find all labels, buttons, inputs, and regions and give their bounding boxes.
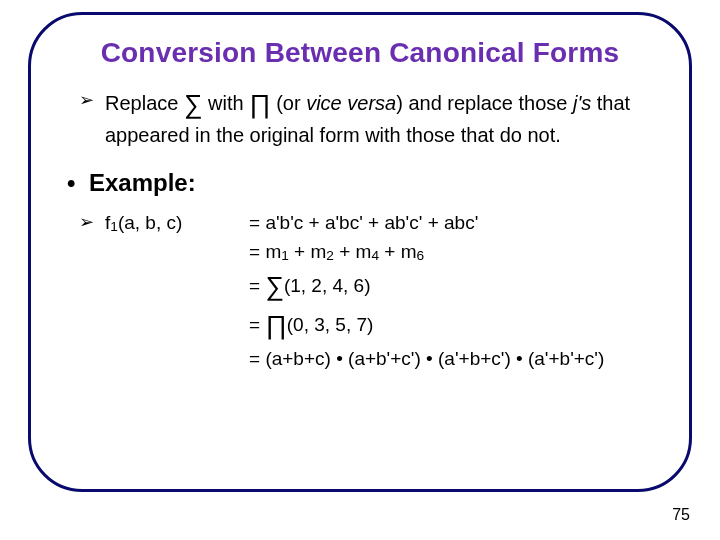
eq-rhs-4: = ∏(0, 3, 5, 7) bbox=[249, 306, 661, 345]
pi-symbol: ∏ bbox=[249, 89, 270, 119]
eq-pos: (a+b+c) • (a+b'+c') • (a'+b+c') • (a'+b'… bbox=[265, 348, 604, 369]
eq-lhs-blank-4 bbox=[105, 306, 249, 345]
eq-fn-sub: 1 bbox=[110, 219, 118, 234]
eq-sign-3: = bbox=[249, 275, 265, 296]
eq-m-plus-c: + m bbox=[379, 241, 416, 262]
eq-sign-5: = bbox=[249, 348, 265, 369]
eq-row-5: = (a+b+c) • (a+b'+c') • (a'+b+c') • (a'+… bbox=[105, 345, 661, 374]
eq-row-3: = ∑(1, 2, 4, 6) bbox=[105, 267, 661, 306]
eq-pi-args: (0, 3, 5, 7) bbox=[287, 314, 374, 335]
rule-text-mid1: with bbox=[202, 92, 249, 114]
eq-m-plus-b: + m bbox=[334, 241, 371, 262]
eq-m-pre: m bbox=[265, 241, 281, 262]
sigma-symbol-2: ∑ bbox=[265, 271, 284, 301]
example-heading: Example: bbox=[67, 167, 661, 199]
eq-sign-2: = bbox=[249, 241, 265, 262]
pi-symbol-2: ∏ bbox=[265, 310, 286, 340]
sigma-symbol: ∑ bbox=[184, 89, 203, 119]
eq-m6: 6 bbox=[416, 248, 424, 263]
eq-rhs-1: = a'b'c + a'bc' + ab'c' + abc' bbox=[249, 209, 661, 238]
eq-lhs: f1(a, b, c) bbox=[105, 209, 249, 238]
equation-block: f1(a, b, c) = a'b'c + a'bc' + ab'c' + ab… bbox=[105, 209, 661, 373]
example-bullet: f1(a, b, c) = a'b'c + a'bc' + ab'c' + ab… bbox=[79, 209, 661, 373]
eq-row-4: = ∏(0, 3, 5, 7) bbox=[105, 306, 661, 345]
page-number: 75 bbox=[672, 506, 690, 524]
rule-bullet: Replace ∑ with ∏ (or vice versa) and rep… bbox=[79, 87, 661, 149]
slide-frame: Conversion Between Canonical Forms Repla… bbox=[28, 12, 692, 492]
slide-title: Conversion Between Canonical Forms bbox=[59, 37, 661, 69]
rule-text-mid2: (or bbox=[271, 92, 307, 114]
eq-sign-4: = bbox=[249, 314, 265, 335]
eq-sop: a'b'c + a'bc' + ab'c' + abc' bbox=[265, 212, 478, 233]
eq-row-2: = m1 + m2 + m4 + m6 bbox=[105, 238, 661, 267]
eq-fn-args: (a, b, c) bbox=[118, 212, 182, 233]
eq-lhs-blank-5 bbox=[105, 345, 249, 374]
slide-body: Replace ∑ with ∏ (or vice versa) and rep… bbox=[59, 87, 661, 373]
eq-rhs-2: = m1 + m2 + m4 + m6 bbox=[249, 238, 661, 267]
eq-sigma-args: (1, 2, 4, 6) bbox=[284, 275, 371, 296]
rule-viceversa: vice versa bbox=[306, 92, 396, 114]
eq-m-plus-a: + m bbox=[289, 241, 326, 262]
eq-rhs-5: = (a+b+c) • (a+b'+c') • (a'+b+c') • (a'+… bbox=[249, 345, 661, 374]
eq-lhs-blank-2 bbox=[105, 238, 249, 267]
eq-m1: 1 bbox=[281, 248, 289, 263]
eq-rhs-3: = ∑(1, 2, 4, 6) bbox=[249, 267, 661, 306]
rule-text-pre: Replace bbox=[105, 92, 184, 114]
eq-m4: 4 bbox=[371, 248, 379, 263]
slide: Conversion Between Canonical Forms Repla… bbox=[0, 0, 720, 540]
eq-lhs-blank-3 bbox=[105, 267, 249, 306]
eq-m2: 2 bbox=[326, 248, 334, 263]
rule-js: j's bbox=[573, 92, 591, 114]
rule-text-mid3: ) and replace those bbox=[396, 92, 573, 114]
eq-sign-1: = bbox=[249, 212, 265, 233]
eq-row-1: f1(a, b, c) = a'b'c + a'bc' + ab'c' + ab… bbox=[105, 209, 661, 238]
